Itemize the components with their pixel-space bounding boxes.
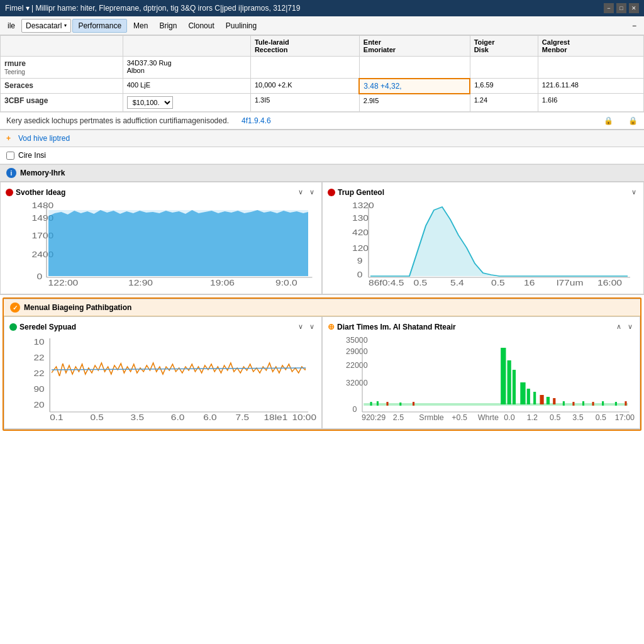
chart-svg-4: 35000 29000 22000 32000 0 xyxy=(328,335,635,423)
expand-btn-3[interactable]: ∨ xyxy=(308,322,316,331)
row3-col3: 1.3I5 xyxy=(250,94,359,112)
svg-text:20: 20 xyxy=(34,401,45,409)
menu-desacatarl[interactable]: Desacatarl ▾ xyxy=(21,19,71,33)
col-header-calgrest: CalgrestMenbor xyxy=(538,36,643,57)
chart-panel-4: ⊕ Diart Times Im. Al Shatand Rteair ∧ ∨ … xyxy=(322,316,640,429)
svg-rect-52 xyxy=(370,402,372,406)
main-content: Tule-laraidRecection EnterEmoriater Toig… xyxy=(0,35,644,644)
svg-rect-58 xyxy=(508,360,511,404)
row1-col5 xyxy=(470,57,538,79)
dropdown-button[interactable]: ∨ xyxy=(630,187,638,197)
svg-text:29000: 29000 xyxy=(346,347,368,356)
svg-rect-63 xyxy=(540,395,543,404)
svg-text:5.4: 5.4 xyxy=(450,279,464,287)
menu-men[interactable]: Men xyxy=(128,19,153,32)
section-orange: ✓ Menual Biageing Pathibgation Seredel S… xyxy=(3,297,641,431)
svg-text:0.5: 0.5 xyxy=(414,279,428,287)
chart-controls-1: ∨ ∨ xyxy=(296,187,316,197)
svg-text:1480: 1480 xyxy=(32,201,54,210)
info-icon: i xyxy=(6,168,16,178)
svg-rect-34 xyxy=(52,338,306,413)
row2-col1: Seraces xyxy=(1,79,123,94)
svg-text:90: 90 xyxy=(34,385,45,394)
svg-text:9:0.0: 9:0.0 xyxy=(275,279,297,287)
minimize-button[interactable]: − xyxy=(604,3,614,13)
collapse-btn-3[interactable]: ∨ xyxy=(296,322,305,331)
chart-title-4: ⊕ Diart Times Im. Al Shatand Rteair xyxy=(328,322,456,331)
col-header-tule: Tule-laraidRecection xyxy=(250,36,359,57)
col-header-2 xyxy=(123,36,250,57)
cire-insi-checkbox[interactable] xyxy=(6,152,14,160)
menu-clonout[interactable]: Clonout xyxy=(183,19,219,32)
lock-icon: 🔒 xyxy=(604,116,613,125)
svg-rect-62 xyxy=(533,392,536,404)
maximize-button[interactable]: □ xyxy=(616,3,626,13)
svg-rect-66 xyxy=(563,401,565,406)
menu-performance[interactable]: Performance xyxy=(72,19,127,33)
svg-text:17:00: 17:00 xyxy=(615,413,635,422)
row3-col2: $10,100. xyxy=(123,94,250,112)
chart-panel-2: Trup Genteol ∨ 1320 130 420 120 9 0 xyxy=(322,182,644,294)
row3-col1: 3CBF usage xyxy=(1,94,123,112)
svg-text:10: 10 xyxy=(34,338,45,347)
menu-ile[interactable]: ile xyxy=(3,19,20,32)
svg-rect-70 xyxy=(602,401,604,406)
col-header-enter: EnterEmoriater xyxy=(359,36,470,57)
table-row: 3CBF usage $10,100. 1.3I5 2.9I5 1.24 1.6… xyxy=(1,94,644,112)
menu-close-button[interactable]: − xyxy=(627,19,641,32)
menu-brign[interactable]: Brign xyxy=(154,19,182,32)
chart-controls-3: ∨ ∨ xyxy=(296,322,316,331)
collapse-btn-4[interactable]: ∧ xyxy=(614,322,623,331)
svg-text:0.5: 0.5 xyxy=(90,413,104,422)
svg-rect-65 xyxy=(553,398,555,404)
info-row: Kery asedick lochups pertmates is aduffi… xyxy=(0,112,644,129)
section-header-memory: i Memory·Ihrk xyxy=(0,164,644,182)
menu-bar: ile Desacatarl ▾ Performance Men Brign C… xyxy=(0,16,644,35)
table-row: rmureTeering 34D37.30 RugAlbon xyxy=(1,57,644,79)
chart-controls-2: ∨ xyxy=(630,187,638,197)
collapse-button[interactable]: ∨ xyxy=(296,187,305,197)
svg-text:0: 0 xyxy=(36,272,42,281)
svg-text:122:00: 122:00 xyxy=(48,279,79,287)
svg-text:16: 16 xyxy=(524,279,535,287)
svg-rect-59 xyxy=(513,370,516,404)
svg-rect-67 xyxy=(572,402,574,406)
chart-header-4: ⊕ Diart Times Im. Al Shatand Rteair ∧ ∨ xyxy=(328,322,635,331)
chart-svg-1: 1480 1490 1700 2400 0 xyxy=(6,201,316,289)
expand-btn-4[interactable]: ∨ xyxy=(626,322,635,331)
svg-text:0.1: 0.1 xyxy=(50,413,63,422)
expand-button[interactable]: ∨ xyxy=(308,187,316,197)
svg-rect-68 xyxy=(582,401,584,406)
red-circle-icon-2 xyxy=(328,189,335,196)
svg-text:1.2: 1.2 xyxy=(527,413,538,422)
vod-hive-button[interactable]: Vod hive liptred xyxy=(14,133,74,144)
green-circle-icon xyxy=(9,323,17,331)
menu-puulining[interactable]: Puulining xyxy=(221,19,262,32)
usage-select[interactable]: $10,100. xyxy=(127,96,173,109)
chevron-down-icon: ▾ xyxy=(64,23,67,28)
row3-col4: 2.9I5 xyxy=(359,94,470,112)
close-button[interactable]: ✕ xyxy=(629,3,639,13)
chart-title-1: Svother Ideag xyxy=(6,188,65,197)
data-table: Tule-laraidRecection EnterEmoriater Toig… xyxy=(0,35,644,112)
svg-text:10:00: 10:00 xyxy=(292,413,316,422)
row1-col1: rmureTeering xyxy=(1,57,123,79)
title-bar: Fimel ▾ | Millipr hame: hiter, Flepreman… xyxy=(0,0,644,16)
row2-col5: 1,6.59 xyxy=(470,79,538,94)
table-row: Seraces 400 LjE 10,000 +2.K 3.48 +4,32, … xyxy=(1,79,644,94)
section-title: Memory·Ihrk xyxy=(20,169,65,177)
info-text: Kery asedick lochups pertmates is aduffi… xyxy=(6,116,229,125)
row2-col6: 121.6.11.48 xyxy=(538,79,643,94)
svg-text:Whrte: Whrte xyxy=(478,413,499,422)
info-link[interactable]: 4f1.9.4.6 xyxy=(242,116,271,125)
svg-text:420: 420 xyxy=(352,228,369,237)
chart-panel-3: Seredel Sypuad ∨ ∨ 10 22 22 90 20 xyxy=(4,316,322,429)
top-section: Tule-laraidRecection EnterEmoriater Toig… xyxy=(0,35,644,130)
red-circle-icon xyxy=(6,189,13,196)
svg-text:0.5: 0.5 xyxy=(596,413,607,422)
chart-controls-4: ∧ ∨ xyxy=(614,322,635,331)
svg-text:6.0: 6.0 xyxy=(171,413,185,422)
svg-text:1320: 1320 xyxy=(352,201,374,210)
svg-text:9: 9 xyxy=(357,257,363,265)
svg-text:12:90: 12:90 xyxy=(128,279,153,287)
